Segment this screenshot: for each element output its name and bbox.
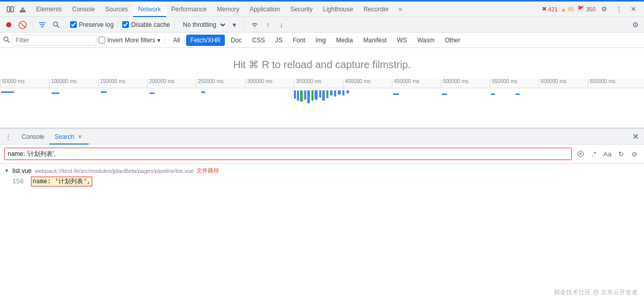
network-toolbar: 🚫 Preserve log Disable cache No throttli… <box>0 17 644 33</box>
tab-application[interactable]: Application <box>244 2 285 17</box>
info-icon: 🚩 <box>577 6 585 12</box>
net-bar-dense-13 <box>338 90 341 94</box>
filter-fetchxhr-button[interactable]: Fetch/XHR <box>186 35 225 46</box>
toolbar-divider-3 <box>118 21 118 29</box>
tick-600000: 600000 ms <box>539 79 588 88</box>
preserve-log-input[interactable] <box>70 21 77 28</box>
tab-recorder[interactable]: Recorder <box>358 2 394 17</box>
bottom-tab-search[interactable]: Search × <box>49 129 89 145</box>
filter-css-button[interactable]: CSS <box>248 35 269 46</box>
filter-wasm-button[interactable]: Wasm <box>413 35 439 46</box>
invert-input[interactable] <box>98 37 105 43</box>
tab-network[interactable]: Network <box>133 2 166 17</box>
result-line-number: 150 <box>12 178 28 185</box>
filter-toggle-button[interactable] <box>37 19 48 30</box>
clear-search-button[interactable]: ✕ <box>575 148 586 160</box>
clear-button[interactable]: 🚫 <box>16 19 28 30</box>
devtools-tab-bar: Elements Console Sources Network Perform… <box>0 2 644 17</box>
net-bar-9 <box>516 93 520 95</box>
filter-all-button[interactable]: All <box>169 35 184 46</box>
net-bar-4 <box>150 92 155 94</box>
filter-js-button[interactable]: JS <box>271 35 287 46</box>
tick-450000: 450000 ms <box>392 79 441 88</box>
tick-200000: 200000 ms <box>147 79 196 88</box>
filter-input[interactable] <box>12 35 96 46</box>
cancel-search-button[interactable]: ⊘ <box>629 148 640 160</box>
close-bottom-panel-button[interactable]: ✕ <box>630 131 641 142</box>
tick-350000: 350000 ms <box>294 79 343 88</box>
waterfall-area <box>0 88 644 128</box>
warn-count-badge: ▲ 80 <box>561 6 574 12</box>
tick-300000: 300000 ms <box>245 79 294 88</box>
throttle-dropdown-icon[interactable]: ▾ <box>229 19 240 30</box>
net-bar-dense-2 <box>297 90 299 101</box>
throttle-select[interactable]: No throttling <box>179 20 227 30</box>
tab-performance[interactable]: Performance <box>166 2 212 17</box>
filter-doc-button[interactable]: Doc <box>227 35 246 46</box>
filter-divider <box>164 36 165 44</box>
panel-menu-button[interactable]: ⋮ <box>3 132 13 142</box>
net-bar-1 <box>1 91 14 93</box>
case-sensitive-button[interactable]: Aa <box>602 148 613 160</box>
filter-media-button[interactable]: Media <box>332 35 357 46</box>
net-bar-2 <box>52 92 59 94</box>
net-bar-dense-15 <box>346 90 349 93</box>
filter-font-button[interactable]: Font <box>289 35 309 46</box>
net-bar-dense-1 <box>294 90 296 99</box>
bottom-tab-console[interactable]: Console <box>16 129 49 145</box>
net-bar-8 <box>491 93 495 95</box>
search-input[interactable] <box>4 148 572 160</box>
svg-rect-1 <box>11 7 13 12</box>
more-options-button[interactable]: ⋮ <box>613 4 624 15</box>
result-code-row[interactable]: 150 name: '计划列表', <box>0 176 644 187</box>
net-bar-5 <box>201 91 205 93</box>
tab-lighthouse[interactable]: Lighthouse <box>318 2 358 17</box>
tick-50000: 50000 ms <box>0 79 49 88</box>
search-button[interactable] <box>50 19 61 30</box>
upload-icon[interactable]: ↑ <box>262 19 274 30</box>
result-code-highlight: name: '计划列表', <box>31 177 92 186</box>
result-file-name: list.vue <box>12 167 31 175</box>
svg-line-6 <box>8 40 10 42</box>
filter-img-button[interactable]: Img <box>311 35 330 46</box>
result-file-row[interactable]: ▼ list.vue webpack://itest-fe/src/module… <box>0 166 644 176</box>
devtools-toggle-icon[interactable] <box>5 4 15 14</box>
filter-other-button[interactable]: Other <box>441 35 465 46</box>
refresh-search-button[interactable]: ↻ <box>615 148 626 160</box>
tab-elements[interactable]: Elements <box>31 2 67 17</box>
net-bar-dense-10 <box>326 90 328 98</box>
more-tabs-button[interactable]: » <box>394 3 406 15</box>
filter-icon <box>3 36 10 44</box>
tab-memory[interactable]: Memory <box>212 2 244 17</box>
search-input-row: ✕ .* Aa ↻ ⊘ <box>0 145 644 164</box>
net-bar-3 <box>101 91 107 93</box>
tick-500000: 500000 ms <box>441 79 490 88</box>
close-devtools-button[interactable]: ✕ <box>628 4 639 15</box>
error-icon: ✖ <box>542 6 547 12</box>
tab-security[interactable]: Security <box>285 2 318 17</box>
settings-button[interactable]: ⚙ <box>599 4 610 15</box>
tab-console[interactable]: Console <box>67 2 100 17</box>
regex-button[interactable]: .* <box>588 148 600 160</box>
record-button[interactable] <box>3 19 14 30</box>
tab-sources[interactable]: Sources <box>100 2 133 17</box>
devtools-left-icons <box>2 4 31 14</box>
more-filters-button[interactable]: More filters ▾ <box>125 37 160 44</box>
search-panel: ✕ .* Aa ↻ ⊘ ▼ list.vue <box>0 145 644 257</box>
disable-cache-checkbox[interactable]: Disable cache <box>122 21 170 28</box>
net-bar-dense-7 <box>315 90 318 100</box>
timeline-ruler: 50000 ms 100000 ms 150000 ms 200000 ms 2… <box>0 79 644 88</box>
close-search-tab-button[interactable]: × <box>76 133 84 140</box>
network-settings-button[interactable]: ⚙ <box>630 19 641 30</box>
tab-right-icons: ✖ 421 ▲ 80 🚩 350 ⚙ ⋮ ✕ <box>542 4 642 15</box>
filter-ws-button[interactable]: WS <box>393 35 411 46</box>
preserve-log-checkbox[interactable]: Preserve log <box>70 21 113 28</box>
filter-manifest-button[interactable]: Manifest <box>359 35 391 46</box>
tick-250000: 250000 ms <box>196 79 245 88</box>
net-bar-dense-6 <box>311 90 313 101</box>
invert-checkbox[interactable]: Invert <box>98 37 123 44</box>
net-bar-6 <box>393 93 399 95</box>
devtools-dock-icon[interactable] <box>18 4 28 14</box>
disable-cache-input[interactable] <box>122 21 129 28</box>
download-icon[interactable]: ↓ <box>276 19 287 30</box>
